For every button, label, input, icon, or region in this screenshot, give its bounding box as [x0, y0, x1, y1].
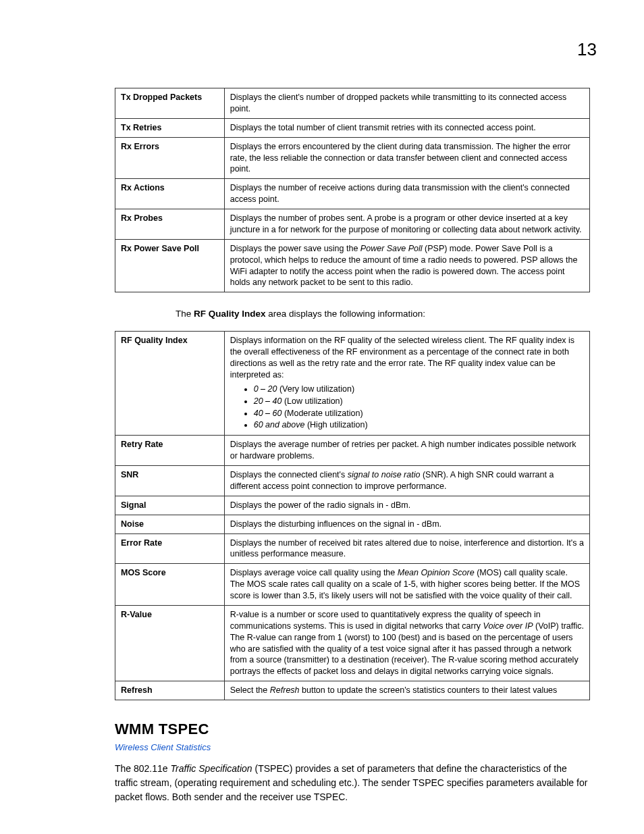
term-cell: Signal [115, 496, 225, 515]
desc-cell: Displays the power of the radio signals … [224, 496, 589, 515]
traffic-stats-table: Tx Dropped Packets Displays the client's… [115, 88, 590, 292]
intro-post: area displays the following information: [266, 309, 425, 319]
desc-cell: R-value is a number or score used to qua… [224, 605, 589, 681]
body-italic: Traffic Specification [171, 763, 252, 774]
term-cell: Rx Errors [115, 137, 225, 179]
table-row: Retry Rate Displays the average number o… [115, 436, 590, 466]
desc-text: button to update the screen's statistics… [300, 685, 558, 695]
list-item: 40 – 60 (Moderate utilization) [254, 408, 584, 419]
term-cell: MOS Score [115, 564, 225, 606]
document-page: 13 Tx Dropped Packets Displays the clien… [0, 0, 644, 834]
label: (Low utilization) [281, 396, 342, 406]
intro-pre: The [176, 309, 194, 319]
desc-italic: Power Save Poll [360, 244, 423, 253]
table-row: RF Quality Index Displays information on… [115, 332, 590, 436]
term-cell: RF Quality Index [115, 332, 225, 436]
section-body: The 802.11e Traffic Specification (TSPEC… [115, 762, 590, 804]
desc-cell: Displays the number of received bit rate… [224, 533, 589, 564]
desc-text: Displays the power save using the [230, 244, 360, 253]
term-cell: Rx Power Save Poll [115, 239, 225, 292]
label: (Moderate utilization) [281, 409, 363, 418]
desc-cell: Displays the number of receive actions d… [224, 179, 589, 209]
term-cell: SNR [115, 466, 225, 496]
page-number: 13 [577, 39, 597, 60]
list-item: 60 and above (High utilization) [254, 419, 584, 431]
desc-cell: Displays the client's number of dropped … [224, 88, 589, 119]
desc-italic: signal to noise ratio [348, 470, 421, 479]
term-cell: R-Value [115, 605, 225, 681]
term-cell: Tx Dropped Packets [115, 88, 225, 119]
term-cell: Tx Retries [115, 118, 225, 137]
range: 0 – 20 [254, 384, 277, 394]
desc-cell: Displays the errors encountered by the c… [224, 137, 589, 179]
term-cell: Rx Actions [115, 179, 225, 209]
term-cell: Error Rate [115, 533, 225, 564]
term-cell: Refresh [115, 681, 225, 700]
desc-text: Displays information on the RF quality o… [230, 336, 574, 380]
table-row: R-Value R-value is a number or score use… [115, 605, 590, 681]
desc-cell: Displays the average number of retries p… [224, 436, 589, 466]
desc-text: Displays average voice call quality usin… [230, 568, 398, 577]
desc-text: Displays the connected client's [230, 470, 348, 479]
section-intro: The RF Quality Index area displays the f… [176, 309, 590, 319]
list-item: 0 – 20 (Very low utilization) [254, 384, 584, 395]
range: 60 and above [254, 420, 305, 429]
desc-italic: Mean Opinion Score [398, 568, 475, 577]
desc-cell: Displays average voice call quality usin… [224, 564, 589, 606]
label: (High utilization) [304, 420, 367, 429]
term-cell: Noise [115, 515, 225, 533]
table-row: Refresh Select the Refresh button to upd… [115, 681, 590, 700]
section-subtitle: Wireless Client Statistics [115, 742, 590, 752]
body-pre: The 802.11e [115, 763, 171, 774]
desc-cell: Displays the total number of client tran… [224, 118, 589, 137]
term-cell: Rx Probes [115, 209, 225, 240]
page-content: Tx Dropped Packets Displays the client's… [115, 88, 590, 804]
desc-cell: Displays the number of probes sent. A pr… [224, 209, 589, 240]
desc-cell: Displays information on the RF quality o… [224, 332, 589, 436]
table-row: Noise Displays the disturbing influences… [115, 515, 590, 533]
table-row: Rx Power Save Poll Displays the power sa… [115, 239, 590, 292]
label: (Very low utilization) [277, 384, 354, 394]
rf-quality-table: RF Quality Index Displays information on… [115, 331, 590, 700]
desc-cell: Displays the connected client's signal t… [224, 466, 589, 496]
utilization-list: 0 – 20 (Very low utilization) 20 – 40 (L… [254, 384, 584, 432]
table-row: MOS Score Displays average voice call qu… [115, 564, 590, 606]
intro-bold: RF Quality Index [194, 309, 266, 319]
desc-italic: Voice over IP [483, 621, 533, 631]
table-row: SNR Displays the connected client's sign… [115, 466, 590, 496]
desc-text: Select the [230, 685, 270, 695]
table-row: Rx Actions Displays the number of receiv… [115, 179, 590, 209]
table-row: Error Rate Displays the number of receiv… [115, 533, 590, 564]
desc-cell: Displays the power save using the Power … [224, 239, 589, 292]
term-cell: Retry Rate [115, 436, 225, 466]
table-row: Signal Displays the power of the radio s… [115, 496, 590, 515]
table-row: Tx Retries Displays the total number of … [115, 118, 590, 137]
range: 20 – 40 [254, 396, 282, 406]
table-row: Tx Dropped Packets Displays the client's… [115, 88, 590, 119]
list-item: 20 – 40 (Low utilization) [254, 396, 584, 407]
desc-cell: Select the Refresh button to update the … [224, 681, 589, 700]
section-heading: WMM TSPEC [115, 721, 590, 738]
desc-italic: Refresh [270, 685, 300, 695]
desc-cell: Displays the disturbing influences on th… [224, 515, 589, 533]
range: 40 – 60 [254, 409, 282, 418]
table-row: Rx Errors Displays the errors encountere… [115, 137, 590, 179]
table-row: Rx Probes Displays the number of probes … [115, 209, 590, 240]
